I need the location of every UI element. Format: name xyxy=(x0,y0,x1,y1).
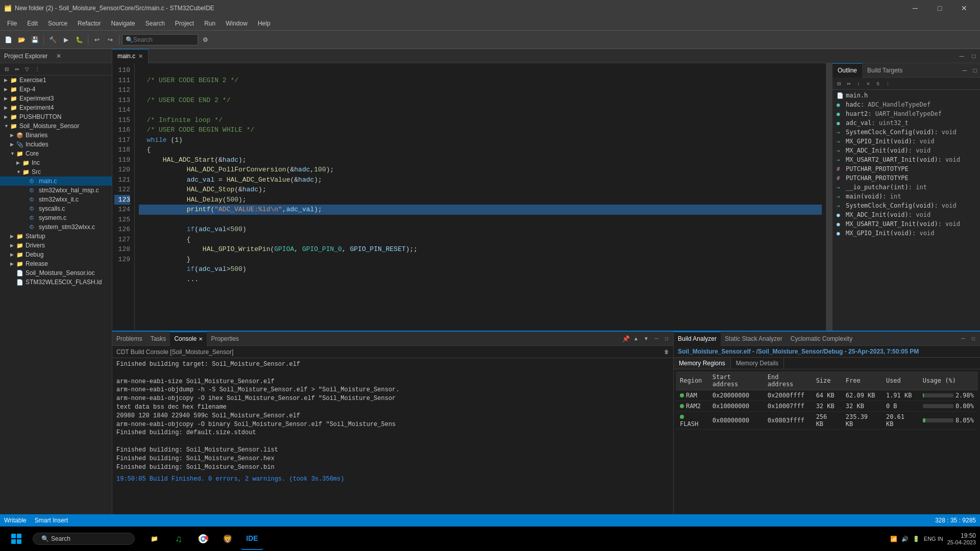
toolbar-run[interactable]: ▶ xyxy=(60,34,72,46)
toolbar-search-input[interactable] xyxy=(133,36,194,43)
pe-menu[interactable]: ⋮ xyxy=(33,65,42,74)
outline-item-mxusart2[interactable]: ● MX_USART2_UART_Init(void) : void xyxy=(832,219,980,229)
tree-item-release[interactable]: ▶ 📁 Release xyxy=(0,259,112,268)
tab-console[interactable]: Console ✕ xyxy=(170,332,207,346)
toolbar-open[interactable]: 📂 xyxy=(15,34,28,46)
tree-item-stm32it[interactable]: ▶ © stm32wlxx_it.c xyxy=(0,195,112,204)
maximize-button[interactable]: □ xyxy=(928,0,951,16)
outline-collapse-all[interactable]: ⊟ xyxy=(835,79,844,88)
outline-item-putchar-proto1[interactable]: # PUTCHAR_PROTOTYPE xyxy=(832,164,980,173)
tab-build-analyzer[interactable]: Build Analyzer xyxy=(674,332,721,346)
toolbar-save[interactable]: 💾 xyxy=(29,34,41,46)
pe-close-button[interactable]: ✕ xyxy=(56,53,108,60)
console-up-button[interactable]: ▲ xyxy=(631,334,641,343)
outline-item-io-putchar[interactable]: ⇒ __io_putchar(int) : int xyxy=(832,183,980,192)
outline-item-mxgpio2[interactable]: ● MX_GPIO_Init(void) : void xyxy=(832,229,980,238)
outline-hide-fields[interactable]: ≡ xyxy=(864,79,873,88)
console-clear-button[interactable]: 🗑 xyxy=(662,347,671,357)
toolbar-build[interactable]: 🔨 xyxy=(46,34,59,46)
outline-item-mainh[interactable]: 📄 main.h xyxy=(832,91,980,100)
right-panel-maximize[interactable]: □ xyxy=(970,65,980,76)
outline-item-mxusart-init[interactable]: ⇒ MX_USART2_UART_Init(void) : void xyxy=(832,155,980,164)
outline-item-mxgpio-init[interactable]: ⇒ MX_GPIO_Init(void) : void xyxy=(832,137,980,146)
tree-item-inc[interactable]: ▶ 📁 Inc xyxy=(0,158,112,167)
tab-properties[interactable]: Properties xyxy=(207,332,243,346)
tab-close-button[interactable]: ✕ xyxy=(138,53,143,60)
close-button[interactable]: ✕ xyxy=(952,0,976,16)
editor-scrollbar[interactable] xyxy=(826,63,832,331)
menu-run[interactable]: Run xyxy=(199,18,220,29)
console-tab-close[interactable]: ✕ xyxy=(199,336,203,342)
tree-item-core[interactable]: ▼ 📁 Core xyxy=(0,149,112,158)
outline-item-sysclock2[interactable]: ⇒ SystemClock_Config(void) : void xyxy=(832,201,980,210)
build-panel-minimize[interactable]: ─ xyxy=(959,334,968,343)
tab-memory-regions[interactable]: Memory Regions xyxy=(674,358,731,369)
tree-item-binaries[interactable]: ▶ 📦 Binaries xyxy=(0,131,112,140)
outline-item-mxadc2[interactable]: ● MX_ADC_Init(void) : void xyxy=(832,210,980,219)
outline-item-huart2[interactable]: ● huart2 : UART_HandleTypeDef xyxy=(832,109,980,118)
tree-item-src[interactable]: ▼ 📁 Src xyxy=(0,167,112,177)
console-pin-button[interactable]: 📌 xyxy=(621,334,630,343)
right-panel-minimize[interactable]: ─ xyxy=(960,65,970,76)
pe-link-editor[interactable]: ⇔ xyxy=(12,65,21,74)
toolbar-undo[interactable]: ↩ xyxy=(91,34,103,46)
tree-item-syscalls[interactable]: ▶ © syscalls.c xyxy=(0,204,112,213)
toolbar-redo[interactable]: ↪ xyxy=(104,34,116,46)
toolbar-search-box[interactable]: 🔍 xyxy=(122,34,198,45)
menu-file[interactable]: File xyxy=(2,18,22,29)
tab-memory-details[interactable]: Memory Details xyxy=(731,358,784,369)
code-editor[interactable]: 110 111 112 113 114 115 116 117 118 119 … xyxy=(112,63,832,331)
editor-maximize-button[interactable]: □ xyxy=(968,50,980,62)
tree-item-sysmem[interactable]: ▶ © sysmem.c xyxy=(0,213,112,222)
tree-item-system-stm32[interactable]: ▶ © system_stm32wlxx.c xyxy=(0,222,112,232)
taskbar-brave[interactable]: 🦁 xyxy=(216,528,239,550)
pe-filter[interactable]: ▽ xyxy=(22,65,32,74)
menu-help[interactable]: Help xyxy=(253,18,276,29)
taskbar-file-explorer[interactable]: 📁 xyxy=(143,528,165,550)
tree-item-drivers[interactable]: ▶ 📁 Drivers xyxy=(0,241,112,250)
tree-item-debug[interactable]: ▶ 📁 Debug xyxy=(0,250,112,259)
tab-build-targets[interactable]: Build Targets xyxy=(862,63,908,78)
toolbar-new[interactable]: 📄 xyxy=(2,34,14,46)
tree-item-experiment3[interactable]: ▶ 📁 Experiment3 xyxy=(0,94,112,103)
tree-item-pushbutton[interactable]: ▶ 📁 PUSHBUTTON xyxy=(0,112,112,121)
outline-item-putchar-proto2[interactable]: # PUTCHAR_PROTOTYPE xyxy=(832,173,980,183)
outline-hide-static[interactable]: S xyxy=(873,79,883,88)
outline-menu[interactable]: ⋮ xyxy=(883,79,892,88)
menu-window[interactable]: Window xyxy=(220,18,253,29)
tree-item-soil-moisture[interactable]: ▼ 📁 Soil_Moisture_Sensor xyxy=(0,121,112,131)
menu-navigate[interactable]: Navigate xyxy=(106,18,140,29)
tab-outline[interactable]: Outline xyxy=(832,63,862,78)
toolbar-debug[interactable]: 🐛 xyxy=(73,34,85,46)
menu-refactor[interactable]: Refactor xyxy=(72,18,106,29)
tree-item-mainc[interactable]: ▶ © main.c xyxy=(0,177,112,186)
pe-collapse-all[interactable]: ⊟ xyxy=(2,65,11,74)
editor-minimize-button[interactable]: ─ xyxy=(955,50,968,62)
outline-link[interactable]: ⇔ xyxy=(844,79,853,88)
tree-item-experiment4[interactable]: ▶ 📁 Experiment4 xyxy=(0,103,112,112)
tree-item-stm32hal[interactable]: ▶ © stm32wlxx_hal_msp.c xyxy=(0,186,112,195)
outline-sort[interactable]: ↕ xyxy=(854,79,863,88)
tree-item-startup[interactable]: ▶ 📁 Startup xyxy=(0,232,112,241)
outline-item-main[interactable]: ⇒ main(void) : int xyxy=(832,192,980,201)
code-content[interactable]: /* USER CODE BEGIN 2 */ /* USER CODE END… xyxy=(135,63,826,331)
editor-tab-mainc[interactable]: main.c ✕ xyxy=(112,49,149,63)
console-minimize-button[interactable]: ─ xyxy=(652,334,661,343)
tab-problems[interactable]: Problems xyxy=(112,332,146,346)
tree-item-exercise1[interactable]: ▶ 📁 Exercise1 xyxy=(0,76,112,85)
menu-source[interactable]: Source xyxy=(43,18,72,29)
outline-item-hadc[interactable]: ● hadc : ADC_HandleTypeDef xyxy=(832,100,980,109)
start-button[interactable] xyxy=(4,527,29,551)
tab-tasks[interactable]: Tasks xyxy=(146,332,170,346)
taskbar-ide[interactable]: IDE xyxy=(241,528,263,550)
outline-item-adc-val[interactable]: ● adc_val : uint32_t xyxy=(832,118,980,128)
console-maximize-button[interactable]: □ xyxy=(662,334,671,343)
toolbar-settings[interactable]: ⚙ xyxy=(199,34,211,46)
taskbar-chrome[interactable] xyxy=(192,528,214,550)
menu-project[interactable]: Project xyxy=(170,18,199,29)
taskbar-spotify[interactable]: ♫ xyxy=(167,528,190,550)
menu-search[interactable]: Search xyxy=(140,18,170,29)
taskbar-search[interactable]: 🔍 Search xyxy=(33,533,135,545)
console-down-button[interactable]: ▼ xyxy=(642,334,651,343)
tree-item-includes[interactable]: ▶ 📎 Includes xyxy=(0,140,112,149)
